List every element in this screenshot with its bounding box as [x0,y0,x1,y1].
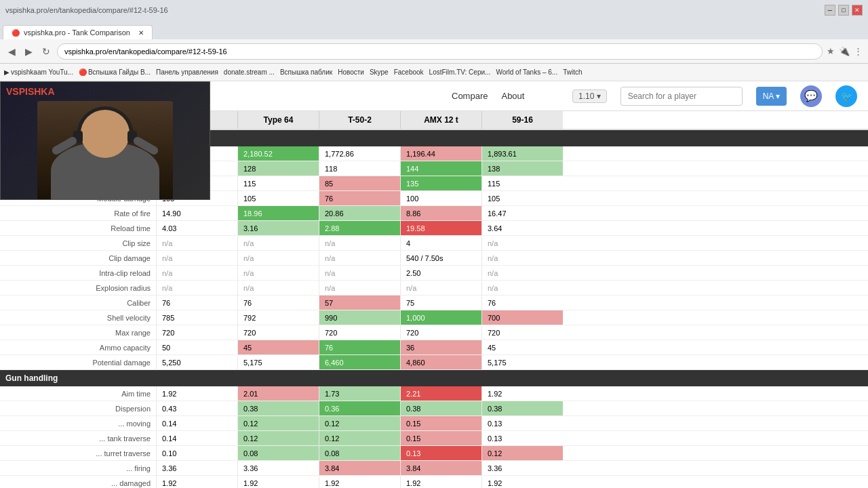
close-button[interactable]: ✕ [852,5,863,16]
table-cell: 0.12 [237,431,319,445]
table-cell: 135 [400,176,481,190]
table-cell: n/a [319,281,400,295]
table-cell: 105 [481,191,563,205]
bookmark-guides[interactable]: 🔴 Вспышка Гайды В... [79,68,151,76]
bookmark-donate[interactable]: donate.stream ... [224,68,275,76]
minimize-button[interactable]: ─ [825,5,835,16]
row-label: Shell velocity [0,310,156,325]
nav-about[interactable]: About [501,91,524,101]
table-row: Clip sizen/an/an/a4n/a [0,236,868,251]
bookmark-label: Панель управления [156,68,218,76]
table-cell: 3.84 [400,461,481,475]
table-cell: 2.21 [400,386,481,401]
table-cell: 720 [481,325,563,340]
bookmark-label: vspishkaam YouTu... [11,68,73,76]
region-button[interactable]: NA ▾ [756,87,787,106]
tab-title: vspishka.pro/en/tankopedia/compare/#12-t… [5,6,168,14]
bookmark-star-icon[interactable]: ★ [827,46,835,56]
table-cell: 1.92 [481,476,563,488]
version-selector[interactable]: 1.10 ▾ [572,89,607,103]
row-label: Rate of fire [0,206,156,220]
table-cell: 3.36 [237,461,319,475]
address-input[interactable] [57,43,823,60]
player-search-input[interactable] [620,87,743,106]
window-controls[interactable]: ─ □ ✕ [825,5,863,16]
bookmark-label: Skype [370,68,389,76]
bookmark-icon: 🔴 [79,68,87,76]
table-cell: n/a [481,251,563,265]
table-cell: n/a [319,236,400,250]
table-cell: 2.88 [319,221,400,235]
tab-label: vspishka.pro - Tank Comparison [24,28,130,37]
table-row: Intra-clip reloadn/an/an/a2.50n/a [0,266,868,281]
table-cell: n/a [481,281,563,295]
row-label: Explosion radius [0,281,156,295]
bookmark-news[interactable]: Новости [338,68,364,76]
back-button[interactable]: ◀ [5,45,18,58]
row-label: Intra-clip reload [0,266,156,280]
table-cell: 0.38 [237,401,319,415]
table-cell: 76 [319,340,400,354]
table-cell: 0.08 [319,446,400,460]
table-cell: 4 [400,236,481,250]
bookmark-vspishka[interactable]: ▶ vspishkaam YouTu... [4,68,73,76]
table-cell: n/a [319,251,400,265]
table-cell: 0.38 [481,401,563,415]
nav-compare[interactable]: Compare [452,91,488,101]
table-cell: 1.92 [156,386,237,401]
table-cell: n/a [237,281,319,295]
bookmark-wot[interactable]: World of Tanks – 6... [496,68,557,76]
table-cell: 3.84 [319,461,400,475]
row-label: Caliber [0,296,156,310]
row-label: Ammo capacity [0,340,156,354]
table-cell: 0.14 [156,416,237,430]
video-overlay: VSPISHKA [0,81,210,200]
table-cell: 0.38 [400,401,481,415]
table-cell: n/a [156,281,237,295]
tank-header-type64: Type 64 [237,111,319,129]
table-cell: 36 [400,340,481,354]
table-cell: 4.03 [156,221,237,235]
table-cell: 0.13 [400,446,481,460]
extensions-icon[interactable]: 🔌 [839,46,850,56]
row-label: Clip size [0,236,156,250]
table-row: Dispersion0.430.380.360.380.38 [0,401,868,416]
bookmark-skype[interactable]: Skype [370,68,389,76]
row-label: Dispersion [0,401,156,415]
table-cell: n/a [237,251,319,265]
title-bar-left: vspishka.pro/en/tankopedia/compare/#12-t… [5,6,168,14]
table-cell: n/a [156,236,237,250]
table-row: ... turret traverse0.100.080.080.130.12 [0,446,868,461]
tab-bar: 🔴 vspishka.pro - Tank Comparison ✕ [0,20,868,39]
active-tab[interactable]: 🔴 vspishka.pro - Tank Comparison ✕ [3,25,153,39]
bookmark-public[interactable]: Вспышка паблик [280,68,332,76]
bookmark-icon: ▶ [4,68,9,76]
table-cell: 8.86 [400,206,481,220]
maximize-button[interactable]: □ [838,5,849,16]
forward-button[interactable]: ▶ [22,45,35,58]
discord-button[interactable]: 💬 [800,85,822,107]
tab-close-icon[interactable]: ✕ [138,29,144,37]
bookmark-panel[interactable]: Панель управления [156,68,218,76]
table-cell: 19.58 [400,221,481,235]
table-cell: 720 [156,325,237,340]
table-cell: 2.01 [237,386,319,401]
table-cell: 1.92 [319,476,400,488]
row-label: Aim time [0,386,156,401]
bookmark-lostfilm[interactable]: LostFilm.TV: Сери... [429,68,491,76]
twitter-button[interactable]: 🐦 [835,85,857,107]
row-label: Reload time [0,221,156,235]
bookmark-twitch[interactable]: Twitch [563,68,582,76]
menu-icon[interactable]: ⋮ [854,46,863,56]
table-row: Clip damagen/an/an/a540 / 7.50sn/a [0,251,868,266]
table-cell: 540 / 7.50s [400,251,481,265]
bookmark-facebook[interactable]: Facebook [394,68,424,76]
table-cell: 1,772.86 [319,146,400,161]
table-cell: 144 [400,161,481,176]
table-cell: n/a [481,266,563,280]
table-row: ... firing3.363.363.843.843.36 [0,461,868,476]
table-cell: 1,196.44 [400,146,481,161]
reload-button[interactable]: ↻ [39,45,53,58]
table-cell: 75 [400,296,481,310]
table-cell: 1,893.61 [481,146,563,161]
